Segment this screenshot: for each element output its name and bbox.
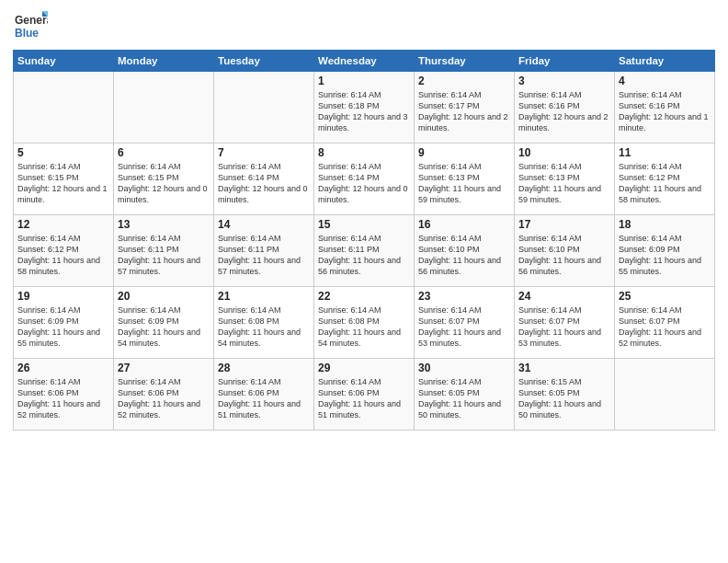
day-number: 31	[518, 362, 610, 374]
day-info: Sunrise: 6:14 AM Sunset: 6:08 PM Dayligh…	[318, 304, 410, 350]
calendar-cell: 30Sunrise: 6:14 AM Sunset: 6:05 PM Dayli…	[415, 359, 515, 431]
day-info: Sunrise: 6:14 AM Sunset: 6:16 PM Dayligh…	[518, 89, 610, 134]
day-info: Sunrise: 6:14 AM Sunset: 6:16 PM Dayligh…	[619, 89, 711, 134]
day-header-thursday: Thursday	[415, 51, 515, 72]
calendar-cell: 26Sunrise: 6:14 AM Sunset: 6:06 PM Dayli…	[14, 359, 114, 431]
calendar-cell: 5Sunrise: 6:14 AM Sunset: 6:15 PM Daylig…	[14, 144, 114, 215]
day-number: 16	[418, 218, 510, 231]
day-info: Sunrise: 6:14 AM Sunset: 6:11 PM Dayligh…	[218, 233, 310, 278]
calendar-cell: 28Sunrise: 6:14 AM Sunset: 6:06 PM Dayli…	[214, 359, 314, 431]
day-info: Sunrise: 6:14 AM Sunset: 6:06 PM Dayligh…	[118, 376, 210, 421]
calendar-cell: 8Sunrise: 6:14 AM Sunset: 6:14 PM Daylig…	[314, 144, 415, 215]
day-number: 7	[218, 146, 310, 159]
day-number: 22	[318, 290, 410, 303]
day-number: 2	[418, 75, 510, 87]
day-header-wednesday: Wednesday	[314, 51, 415, 72]
day-number: 21	[218, 290, 310, 303]
day-number: 6	[118, 146, 210, 159]
calendar-cell	[114, 72, 214, 144]
day-info: Sunrise: 6:14 AM Sunset: 6:07 PM Dayligh…	[619, 304, 711, 350]
day-info: Sunrise: 6:14 AM Sunset: 6:15 PM Dayligh…	[118, 161, 210, 206]
day-number: 9	[418, 146, 510, 159]
calendar-cell: 14Sunrise: 6:14 AM Sunset: 6:11 PM Dayli…	[214, 215, 314, 287]
calendar-cell	[214, 72, 314, 144]
day-number: 1	[318, 75, 410, 87]
day-info: Sunrise: 6:14 AM Sunset: 6:07 PM Dayligh…	[418, 304, 510, 350]
day-info: Sunrise: 6:14 AM Sunset: 6:15 PM Dayligh…	[17, 161, 109, 206]
calendar-cell: 10Sunrise: 6:14 AM Sunset: 6:13 PM Dayli…	[515, 144, 615, 215]
day-info: Sunrise: 6:15 AM Sunset: 6:05 PM Dayligh…	[518, 376, 610, 421]
day-info: Sunrise: 6:14 AM Sunset: 6:06 PM Dayligh…	[218, 376, 310, 421]
calendar-cell	[14, 72, 114, 144]
day-info: Sunrise: 6:14 AM Sunset: 6:07 PM Dayligh…	[518, 304, 610, 350]
day-info: Sunrise: 6:14 AM Sunset: 6:10 PM Dayligh…	[518, 233, 610, 278]
day-number: 23	[418, 290, 510, 303]
day-info: Sunrise: 6:14 AM Sunset: 6:08 PM Dayligh…	[218, 304, 310, 350]
calendar-cell: 17Sunrise: 6:14 AM Sunset: 6:10 PM Dayli…	[515, 215, 615, 287]
svg-text:Blue: Blue	[15, 27, 39, 40]
day-info: Sunrise: 6:14 AM Sunset: 6:11 PM Dayligh…	[318, 233, 410, 278]
day-info: Sunrise: 6:14 AM Sunset: 6:13 PM Dayligh…	[418, 161, 510, 206]
day-number: 12	[17, 218, 109, 231]
calendar-cell: 27Sunrise: 6:14 AM Sunset: 6:06 PM Dayli…	[114, 359, 214, 431]
calendar-cell: 22Sunrise: 6:14 AM Sunset: 6:08 PM Dayli…	[314, 287, 415, 359]
calendar-header-row: SundayMondayTuesdayWednesdayThursdayFrid…	[14, 51, 715, 72]
day-number: 19	[17, 290, 109, 303]
calendar-cell: 3Sunrise: 6:14 AM Sunset: 6:16 PM Daylig…	[515, 72, 615, 144]
calendar-cell: 11Sunrise: 6:14 AM Sunset: 6:12 PM Dayli…	[615, 144, 715, 215]
logo-icon: General Blue	[13, 9, 48, 44]
calendar-cell: 4Sunrise: 6:14 AM Sunset: 6:16 PM Daylig…	[615, 72, 715, 144]
day-info: Sunrise: 6:14 AM Sunset: 6:09 PM Dayligh…	[118, 304, 210, 350]
day-info: Sunrise: 6:14 AM Sunset: 6:09 PM Dayligh…	[17, 304, 109, 350]
day-number: 28	[218, 362, 310, 374]
day-number: 15	[318, 218, 410, 231]
day-number: 27	[118, 362, 210, 374]
calendar-cell: 25Sunrise: 6:14 AM Sunset: 6:07 PM Dayli…	[615, 287, 715, 359]
day-number: 24	[518, 290, 610, 303]
calendar-cell: 18Sunrise: 6:14 AM Sunset: 6:09 PM Dayli…	[615, 215, 715, 287]
day-number: 14	[218, 218, 310, 231]
day-header-friday: Friday	[515, 51, 615, 72]
calendar-cell: 31Sunrise: 6:15 AM Sunset: 6:05 PM Dayli…	[515, 359, 615, 431]
logo: General Blue	[13, 9, 48, 44]
day-number: 29	[318, 362, 410, 374]
calendar-table: SundayMondayTuesdayWednesdayThursdayFrid…	[13, 50, 715, 431]
calendar-cell: 15Sunrise: 6:14 AM Sunset: 6:11 PM Dayli…	[314, 215, 415, 287]
day-number: 5	[17, 146, 109, 159]
day-info: Sunrise: 6:14 AM Sunset: 6:13 PM Dayligh…	[518, 161, 610, 206]
calendar-cell: 9Sunrise: 6:14 AM Sunset: 6:13 PM Daylig…	[415, 144, 515, 215]
calendar-cell	[615, 359, 715, 431]
calendar-cell: 19Sunrise: 6:14 AM Sunset: 6:09 PM Dayli…	[14, 287, 114, 359]
calendar-cell: 20Sunrise: 6:14 AM Sunset: 6:09 PM Dayli…	[114, 287, 214, 359]
day-number: 3	[518, 75, 610, 87]
calendar-cell: 24Sunrise: 6:14 AM Sunset: 6:07 PM Dayli…	[515, 287, 615, 359]
day-info: Sunrise: 6:14 AM Sunset: 6:06 PM Dayligh…	[318, 376, 410, 421]
calendar-cell: 16Sunrise: 6:14 AM Sunset: 6:10 PM Dayli…	[415, 215, 515, 287]
header: General Blue	[13, 9, 715, 44]
week-row-3: 12Sunrise: 6:14 AM Sunset: 6:12 PM Dayli…	[14, 215, 715, 287]
calendar-cell: 29Sunrise: 6:14 AM Sunset: 6:06 PM Dayli…	[314, 359, 415, 431]
day-number: 11	[619, 146, 711, 159]
day-number: 13	[118, 218, 210, 231]
day-number: 25	[619, 290, 711, 303]
day-number: 4	[619, 75, 711, 87]
day-info: Sunrise: 6:14 AM Sunset: 6:10 PM Dayligh…	[418, 233, 510, 278]
day-info: Sunrise: 6:14 AM Sunset: 6:12 PM Dayligh…	[619, 161, 711, 206]
day-info: Sunrise: 6:14 AM Sunset: 6:06 PM Dayligh…	[17, 376, 109, 421]
day-number: 18	[619, 218, 711, 231]
calendar-cell: 1Sunrise: 6:14 AM Sunset: 6:18 PM Daylig…	[314, 72, 415, 144]
day-header-sunday: Sunday	[14, 51, 114, 72]
day-info: Sunrise: 6:14 AM Sunset: 6:14 PM Dayligh…	[318, 161, 410, 206]
calendar-cell: 2Sunrise: 6:14 AM Sunset: 6:17 PM Daylig…	[415, 72, 515, 144]
day-header-saturday: Saturday	[615, 51, 715, 72]
day-number: 17	[518, 218, 610, 231]
day-info: Sunrise: 6:14 AM Sunset: 6:12 PM Dayligh…	[17, 233, 109, 278]
day-number: 10	[518, 146, 610, 159]
day-number: 20	[118, 290, 210, 303]
day-info: Sunrise: 6:14 AM Sunset: 6:18 PM Dayligh…	[318, 89, 410, 134]
day-info: Sunrise: 6:14 AM Sunset: 6:11 PM Dayligh…	[118, 233, 210, 278]
day-header-monday: Monday	[114, 51, 214, 72]
day-info: Sunrise: 6:14 AM Sunset: 6:17 PM Dayligh…	[418, 89, 510, 134]
day-number: 26	[17, 362, 109, 374]
calendar-cell: 21Sunrise: 6:14 AM Sunset: 6:08 PM Dayli…	[214, 287, 314, 359]
